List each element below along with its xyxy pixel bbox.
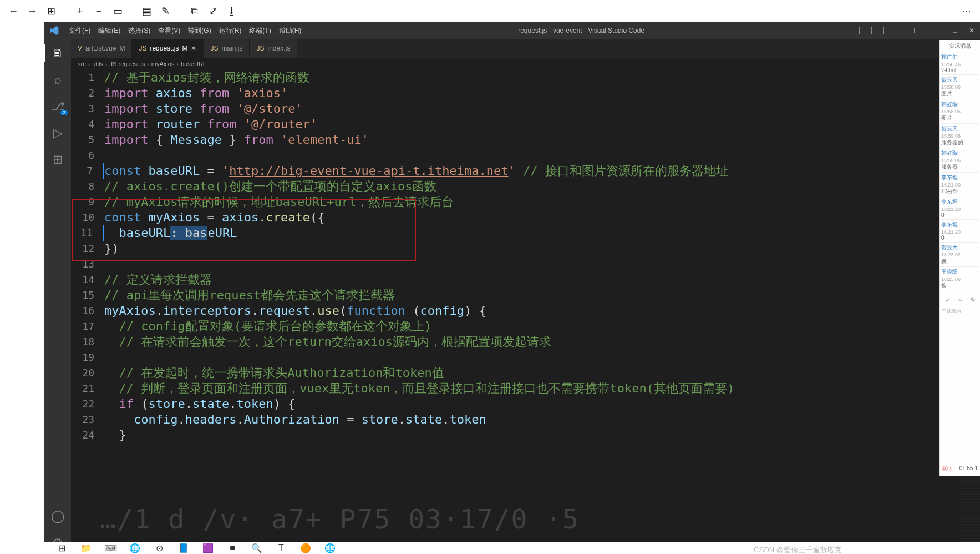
activity-search-icon[interactable]: ⌕ <box>44 69 71 91</box>
window-title: request.js - vue-event - Visual Studio C… <box>304 27 858 34</box>
code-line[interactable]: 13 <box>71 256 980 272</box>
taskbar-app-icon[interactable]: 🟠 <box>299 542 312 554</box>
taskbar-app-icon[interactable]: ■ <box>226 542 238 554</box>
chat-message[interactable]: 李东坦 16:21:0010分钟 <box>941 173 979 197</box>
download-icon[interactable]: ⭳ <box>224 3 240 19</box>
breadcrumb-item[interactable]: src <box>78 61 86 67</box>
copy-icon[interactable]: ⧉ <box>186 3 202 19</box>
taskbar-app-icon[interactable]: ⊙ <box>153 542 165 554</box>
chat-message[interactable]: 李东坦 16:21:200 <box>941 220 979 243</box>
code-line[interactable]: 24 } <box>71 427 980 443</box>
split-view-icon[interactable]: ▭ <box>110 3 125 19</box>
tab-label: request.js <box>150 44 179 52</box>
maximize-icon[interactable]: □ <box>947 22 963 39</box>
chat-message[interactable]: 贺云天 15:59:06服务器的 <box>941 124 979 148</box>
chat-message[interactable]: 贺云天 15:58:06图片 <box>941 75 979 99</box>
menu-item[interactable]: 选择(S) <box>125 24 154 38</box>
chat-input-hint[interactable]: 在此发言 <box>941 306 979 316</box>
code-line[interactable]: 3import store from '@/store' <box>71 101 980 117</box>
taskbar-app-icon[interactable]: 🔍 <box>251 542 263 554</box>
close-tab-icon[interactable]: ✕ <box>191 44 196 52</box>
taskbar-app-icon[interactable]: 📁 <box>80 542 92 554</box>
editor-tab[interactable]: JSrequest.jsM✕ <box>132 39 204 58</box>
fullscreen-icon[interactable]: ⤢ <box>205 3 221 19</box>
code-editor[interactable]: 1// 基于axios封装，网络请求的函数2import axios from … <box>71 70 980 554</box>
more-icon[interactable]: ··· <box>959 3 974 19</box>
editor-tab[interactable]: JSmain.js <box>204 39 250 58</box>
menu-item[interactable]: 终端(T) <box>246 24 274 38</box>
reaction-icon[interactable]: ⊕ <box>971 296 975 302</box>
code-line[interactable]: 15// api里每次调用request都会先走这个请求拦截器 <box>71 288 980 303</box>
panel-toggle-icon[interactable] <box>902 22 919 39</box>
reaction-icon[interactable]: ☺ <box>945 296 950 302</box>
editor-tab[interactable]: JSindex.js <box>250 39 297 58</box>
menu-item[interactable]: 编辑(E) <box>95 24 124 38</box>
apps-icon[interactable]: ⊞ <box>43 3 59 19</box>
code-line[interactable]: 1// 基于axios封装，网络请求的函数 <box>71 70 980 85</box>
code-line[interactable]: 11 baseURL: baseURL <box>71 225 980 241</box>
scm-badge: 2 <box>60 110 68 115</box>
code-line[interactable]: 9// myAxios请求的时候，地址baseURL+url，然后去请求后台 <box>71 194 980 210</box>
activity-extensions-icon[interactable]: ⊞ <box>44 149 71 171</box>
zoom-out-icon[interactable]: − <box>91 3 106 19</box>
menu-item[interactable]: 帮助(H) <box>276 24 305 38</box>
taskbar-app-icon[interactable]: 🌐 <box>324 542 336 554</box>
chat-message[interactable]: 王晓阳 16:23:06换 <box>941 267 979 291</box>
breadcrumb-item[interactable]: JS request.js <box>110 61 145 67</box>
edit-icon[interactable]: ✎ <box>158 3 173 19</box>
people-count: 40人 <box>942 465 953 473</box>
code-line[interactable]: 14// 定义请求拦截器 <box>71 272 980 288</box>
code-line[interactable]: 16myAxios.interceptors.request.use(funct… <box>71 303 980 319</box>
nav-forward-icon[interactable]: → <box>24 3 40 19</box>
zoom-in-icon[interactable]: + <box>72 3 88 19</box>
taskbar-app-icon[interactable]: 🟪 <box>202 542 214 554</box>
chat-message[interactable]: 贺云天 16:23:02换 <box>941 243 979 267</box>
reaction-icon[interactable]: ☺ <box>957 296 963 302</box>
code-line[interactable]: 23 config.headers.Authorization = store.… <box>71 412 980 427</box>
vscode-logo-icon <box>44 26 64 35</box>
activity-debug-icon[interactable]: ▷ <box>44 122 71 144</box>
breadcrumb-item[interactable]: baseURL <box>181 61 206 67</box>
taskbar-app-icon[interactable]: ⌨ <box>104 542 116 554</box>
code-line[interactable]: 5import { Message } from 'element-ui' <box>71 132 980 148</box>
activity-explorer-icon[interactable]: 🗎 <box>44 42 71 64</box>
menu-item[interactable]: 转到(G) <box>185 24 214 38</box>
menu-item[interactable]: 文件(F) <box>65 24 94 38</box>
code-line[interactable]: 22 if (store.state.token) { <box>71 396 980 412</box>
line-number: 20 <box>71 365 104 381</box>
editor-tab[interactable]: VartList.vueM <box>71 39 132 58</box>
code-line[interactable]: 12}) <box>71 241 980 256</box>
taskbar-app-icon[interactable]: 🌐 <box>129 542 141 554</box>
taskbar-app-icon[interactable]: 📘 <box>177 542 190 554</box>
code-line[interactable]: 19 <box>71 350 980 365</box>
breadcrumb[interactable]: src›utils›JS request.js›myAxios›baseURL <box>71 58 980 70</box>
code-line[interactable]: 10const myAxios = axios.create({ <box>71 210 980 225</box>
chat-message[interactable]: 韩虹瑞 15:58:06图片 <box>941 99 979 124</box>
breadcrumb-item[interactable]: utils <box>92 61 103 67</box>
code-line[interactable]: 8// axios.create()创建一个带配置项的自定义axios函数 <box>71 179 980 194</box>
taskbar-app-icon[interactable]: ⊞ <box>55 542 68 554</box>
code-line[interactable]: 18 // 在请求前会触发一次，这个return交给axios源码内，根据配置项… <box>71 334 980 350</box>
code-line[interactable]: 2import axios from 'axios' <box>71 85 980 101</box>
code-line[interactable]: 4import router from '@/router' <box>71 117 980 132</box>
code-line[interactable]: 20 // 在发起时，统一携带请求头Authorization和token值 <box>71 365 980 381</box>
code-line[interactable]: 7const baseURL = 'http://big-event-vue-a… <box>71 163 980 179</box>
minimize-icon[interactable]: — <box>930 22 947 39</box>
layout-controls[interactable] <box>858 27 895 34</box>
chat-message[interactable]: 李东坦 16:21:200 <box>941 197 979 220</box>
breadcrumb-item[interactable]: myAxios <box>151 61 175 67</box>
chat-message[interactable]: 韩虹瑞 15:59:06服务器 <box>941 148 979 173</box>
activity-scm-icon[interactable]: ⎇2 <box>44 95 71 118</box>
reaction-row[interactable]: ☺☺⊕ <box>941 294 979 304</box>
code-line[interactable]: 17 // config配置对象(要请求后台的参数都在这个对象上) <box>71 319 980 334</box>
code-line[interactable]: 21 // 判断，登录页面和注册页面，vuex里无token，而且登录接口和注册… <box>71 381 980 396</box>
close-window-icon[interactable]: ✕ <box>963 22 980 39</box>
menu-item[interactable]: 运行(R) <box>216 24 245 38</box>
code-line[interactable]: 6 <box>71 148 980 163</box>
menu-item[interactable]: 查看(V) <box>155 24 184 38</box>
sidebar-toggle-icon[interactable]: ▤ <box>139 3 154 19</box>
nav-back-icon[interactable]: ← <box>6 3 21 19</box>
activity-account-icon[interactable]: ◯ <box>44 505 71 527</box>
chat-message[interactable]: 苑广佃 15:56:46v-html <box>941 52 979 75</box>
taskbar-app-icon[interactable]: T <box>275 542 287 554</box>
